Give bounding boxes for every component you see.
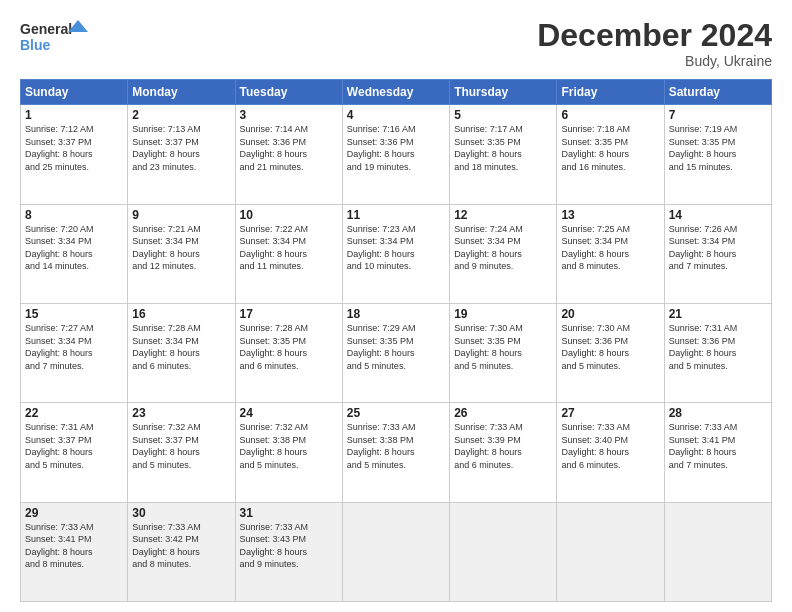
table-row: 20 Sunrise: 7:30 AMSunset: 3:36 PMDaylig… — [557, 303, 664, 402]
table-row: 2 Sunrise: 7:13 AMSunset: 3:37 PMDayligh… — [128, 105, 235, 204]
table-row: 24 Sunrise: 7:32 AMSunset: 3:38 PMDaylig… — [235, 403, 342, 502]
col-tuesday: Tuesday — [235, 80, 342, 105]
header: General Blue December 2024 Budy, Ukraine — [20, 18, 772, 69]
table-row: 3 Sunrise: 7:14 AMSunset: 3:36 PMDayligh… — [235, 105, 342, 204]
calendar-row: 15 Sunrise: 7:27 AMSunset: 3:34 PMDaylig… — [21, 303, 772, 402]
table-row: 16 Sunrise: 7:28 AMSunset: 3:34 PMDaylig… — [128, 303, 235, 402]
table-row: 10 Sunrise: 7:22 AMSunset: 3:34 PMDaylig… — [235, 204, 342, 303]
calendar-row: 29 Sunrise: 7:33 AMSunset: 3:41 PMDaylig… — [21, 502, 772, 601]
calendar-row: 22 Sunrise: 7:31 AMSunset: 3:37 PMDaylig… — [21, 403, 772, 502]
table-row: 8 Sunrise: 7:20 AMSunset: 3:34 PMDayligh… — [21, 204, 128, 303]
col-thursday: Thursday — [450, 80, 557, 105]
calendar: Sunday Monday Tuesday Wednesday Thursday… — [20, 79, 772, 602]
logo: General Blue — [20, 18, 90, 60]
table-row: 22 Sunrise: 7:31 AMSunset: 3:37 PMDaylig… — [21, 403, 128, 502]
table-row: 25 Sunrise: 7:33 AMSunset: 3:38 PMDaylig… — [342, 403, 449, 502]
table-row — [557, 502, 664, 601]
page: General Blue December 2024 Budy, Ukraine… — [0, 0, 792, 612]
table-row: 6 Sunrise: 7:18 AMSunset: 3:35 PMDayligh… — [557, 105, 664, 204]
table-row: 1 Sunrise: 7:12 AMSunset: 3:37 PMDayligh… — [21, 105, 128, 204]
title-block: December 2024 Budy, Ukraine — [537, 18, 772, 69]
table-row: 7 Sunrise: 7:19 AMSunset: 3:35 PMDayligh… — [664, 105, 771, 204]
table-row: 29 Sunrise: 7:33 AMSunset: 3:41 PMDaylig… — [21, 502, 128, 601]
calendar-row: 8 Sunrise: 7:20 AMSunset: 3:34 PMDayligh… — [21, 204, 772, 303]
col-sunday: Sunday — [21, 80, 128, 105]
table-row: 9 Sunrise: 7:21 AMSunset: 3:34 PMDayligh… — [128, 204, 235, 303]
table-row: 21 Sunrise: 7:31 AMSunset: 3:36 PMDaylig… — [664, 303, 771, 402]
subtitle: Budy, Ukraine — [537, 53, 772, 69]
table-row: 11 Sunrise: 7:23 AMSunset: 3:34 PMDaylig… — [342, 204, 449, 303]
table-row: 12 Sunrise: 7:24 AMSunset: 3:34 PMDaylig… — [450, 204, 557, 303]
calendar-header-row: Sunday Monday Tuesday Wednesday Thursday… — [21, 80, 772, 105]
main-title: December 2024 — [537, 18, 772, 53]
table-row: 23 Sunrise: 7:32 AMSunset: 3:37 PMDaylig… — [128, 403, 235, 502]
table-row: 17 Sunrise: 7:28 AMSunset: 3:35 PMDaylig… — [235, 303, 342, 402]
table-row: 26 Sunrise: 7:33 AMSunset: 3:39 PMDaylig… — [450, 403, 557, 502]
table-row: 13 Sunrise: 7:25 AMSunset: 3:34 PMDaylig… — [557, 204, 664, 303]
table-row: 5 Sunrise: 7:17 AMSunset: 3:35 PMDayligh… — [450, 105, 557, 204]
calendar-row: 1 Sunrise: 7:12 AMSunset: 3:37 PMDayligh… — [21, 105, 772, 204]
logo-svg: General Blue — [20, 18, 90, 60]
table-row — [664, 502, 771, 601]
col-friday: Friday — [557, 80, 664, 105]
col-monday: Monday — [128, 80, 235, 105]
table-row: 27 Sunrise: 7:33 AMSunset: 3:40 PMDaylig… — [557, 403, 664, 502]
svg-text:Blue: Blue — [20, 37, 51, 53]
table-row: 14 Sunrise: 7:26 AMSunset: 3:34 PMDaylig… — [664, 204, 771, 303]
table-row: 28 Sunrise: 7:33 AMSunset: 3:41 PMDaylig… — [664, 403, 771, 502]
table-row: 19 Sunrise: 7:30 AMSunset: 3:35 PMDaylig… — [450, 303, 557, 402]
table-row: 18 Sunrise: 7:29 AMSunset: 3:35 PMDaylig… — [342, 303, 449, 402]
table-row: 31 Sunrise: 7:33 AMSunset: 3:43 PMDaylig… — [235, 502, 342, 601]
svg-text:General: General — [20, 21, 72, 37]
table-row — [342, 502, 449, 601]
table-row: 15 Sunrise: 7:27 AMSunset: 3:34 PMDaylig… — [21, 303, 128, 402]
table-row — [450, 502, 557, 601]
col-wednesday: Wednesday — [342, 80, 449, 105]
table-row: 4 Sunrise: 7:16 AMSunset: 3:36 PMDayligh… — [342, 105, 449, 204]
col-saturday: Saturday — [664, 80, 771, 105]
table-row: 30 Sunrise: 7:33 AMSunset: 3:42 PMDaylig… — [128, 502, 235, 601]
